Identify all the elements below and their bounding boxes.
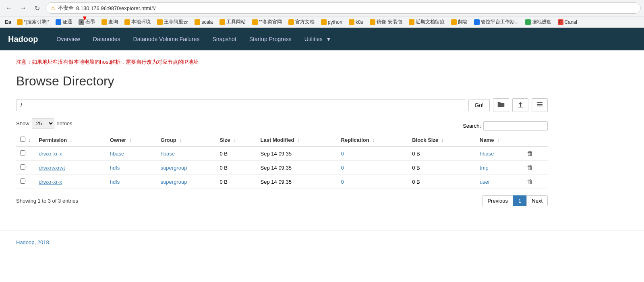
directory-table: ↕ Permission ↕ Owner ↕ Group ↕ Size ↕ [16, 133, 548, 189]
permission-link[interactable]: drwxr-xr-x [39, 179, 62, 185]
row-checkbox[interactable] [20, 150, 25, 156]
delete-icon[interactable]: 🗑 [527, 178, 533, 185]
back-button[interactable]: ← [3, 4, 14, 12]
nav-datanode-failures[interactable]: Datanode Volume Failures [127, 28, 206, 50]
nav-utilities-label: Utilities [304, 36, 323, 42]
bookmark-wangting[interactable]: 王亭阿里云 [155, 18, 191, 26]
next-button[interactable]: Next [526, 195, 548, 206]
row-group: hbase [157, 147, 216, 161]
bookmark-progress-icon [525, 19, 531, 25]
bookmark-fanqiang[interactable]: 翻墙 [449, 18, 470, 26]
col-last-modified[interactable]: Last Modified ↕ [257, 133, 337, 147]
sort-permission: ↕ [70, 138, 72, 143]
delete-icon[interactable]: 🗑 [527, 164, 533, 171]
bookmark-search[interactable]: *|搜索引擎|* [14, 18, 52, 26]
bookmark-shimo-icon: ● [79, 19, 84, 25]
bookmark-mirror-label: 镜像-安装包 [377, 19, 402, 25]
path-input[interactable] [16, 99, 465, 111]
navbar-brand[interactable]: Hadoop [8, 35, 38, 44]
col-size[interactable]: Size ↕ [215, 133, 256, 147]
name-link[interactable]: tmp [480, 165, 489, 171]
bookmark-officaldoc[interactable]: 官方文档 [286, 18, 317, 26]
group-link[interactable]: hbase [161, 151, 175, 157]
row-last-modified: Sep 14 09:35 [257, 147, 337, 161]
bookmark-scala[interactable]: scala [192, 19, 215, 26]
col-name[interactable]: Name ↕ [476, 133, 523, 147]
bookmark-recent[interactable]: 近期文档留痕 [406, 18, 447, 26]
forward-button[interactable]: → [18, 4, 29, 12]
nav-overview[interactable]: Overview [50, 28, 86, 50]
bookmark-mgmt[interactable]: 管控平台工作期... [472, 18, 521, 26]
sort-icon-check: ↕ [29, 138, 31, 143]
nav-datanodes[interactable]: Datanodes [87, 28, 127, 50]
owner-link[interactable]: hdfs [110, 179, 120, 185]
bookmark-k8s[interactable]: k8s [346, 19, 366, 26]
bookmark-python-icon [321, 19, 327, 25]
col-group[interactable]: Group ↕ [157, 133, 216, 147]
col-permission[interactable]: Permission ↕ [35, 133, 106, 147]
nav-utilities[interactable]: Utilities ▼ [298, 28, 338, 50]
permission-link[interactable]: drwxr-xr-x [39, 151, 62, 157]
replication-link[interactable]: 0 [341, 165, 344, 171]
folder-icon-btn[interactable] [493, 98, 509, 112]
upload-icon [517, 101, 524, 108]
search-input[interactable] [483, 121, 548, 131]
go-button[interactable]: Go! [468, 99, 490, 111]
bookmark-officialweb-label: **各类官网 [259, 19, 282, 25]
reload-button[interactable]: ↻ [32, 4, 42, 13]
address-bar[interactable]: ⚠ 不安全 8.130.176.96:9870/explorer.html#/ [46, 2, 641, 14]
col-replication[interactable]: Replication ↕ [337, 133, 408, 147]
upload-icon-btn[interactable] [512, 98, 528, 112]
table-body: drwxr-xr-x hbase hbase 0 B Sep 14 09:35 … [16, 147, 548, 189]
page-1-button[interactable]: 1 [513, 195, 526, 206]
svg-rect-3 [537, 102, 543, 103]
bookmark-local[interactable]: 本地环境 [122, 18, 153, 26]
bookmark-canal[interactable]: C Canal [555, 19, 580, 26]
row-checkbox[interactable] [20, 164, 25, 170]
owner-link[interactable]: hbase [110, 151, 124, 157]
list-icon-btn[interactable] [532, 98, 548, 112]
bookmark-progress[interactable]: 据地进度 [523, 18, 554, 26]
bookmark-python[interactable]: python [319, 19, 345, 26]
bookmark-mirror[interactable]: 镜像-安装包 [367, 18, 405, 26]
dir-controls: Go! [16, 98, 548, 112]
col-block-size[interactable]: Block Size ↕ [408, 133, 476, 147]
group-link[interactable]: supergroup [161, 165, 187, 171]
permission-link[interactable]: drwxrwxrwt [39, 165, 65, 171]
bookmark-officialweb-icon [252, 19, 258, 25]
name-link[interactable]: user [480, 179, 490, 185]
bookmark-tools[interactable]: 工具网站 [217, 18, 248, 26]
row-delete: 🗑 [523, 161, 548, 175]
bookmark-zhitong[interactable]: 证通 [53, 18, 75, 26]
row-owner: hdfs [106, 161, 157, 175]
row-name: user [476, 175, 523, 189]
bookmark-canal-label: Canal [565, 19, 577, 25]
row-permission: drwxrwxrwt [35, 161, 106, 175]
delete-icon[interactable]: 🗑 [527, 150, 533, 157]
nav-startup-progress[interactable]: Startup Progress [243, 28, 298, 50]
bookmark-officialweb[interactable]: **各类官网 [250, 18, 284, 26]
table-row: drwxrwxrwt hdfs supergroup 0 B Sep 14 09… [16, 161, 548, 175]
name-link[interactable]: hbase [480, 151, 494, 157]
search-bar: Search: [463, 121, 548, 131]
bookmark-mirror-icon [370, 19, 375, 25]
replication-link[interactable]: 0 [341, 151, 344, 157]
select-all-checkbox[interactable] [20, 137, 25, 142]
sort-replication: ↕ [372, 138, 375, 143]
prev-button[interactable]: Previous [482, 195, 513, 206]
bookmark-query[interactable]: 查询 [99, 18, 120, 26]
nav-snapshot[interactable]: Snapshot [206, 28, 243, 50]
col-owner[interactable]: Owner ↕ [106, 133, 157, 147]
bookmark-zhitong-label: 证通 [62, 19, 72, 25]
bookmark-canal-icon: C [558, 19, 563, 25]
owner-link[interactable]: hdfs [110, 165, 120, 171]
sort-owner: ↕ [129, 138, 132, 143]
notice-text: 注意：如果地址栏没有做本地电脑的host解析，需要自行改为对应节点的IP地址 [16, 58, 548, 66]
row-checkbox[interactable] [20, 178, 25, 184]
row-name: tmp [476, 161, 523, 175]
group-link[interactable]: supergroup [161, 179, 187, 185]
bookmark-wangting-icon [157, 19, 163, 25]
replication-link[interactable]: 0 [341, 179, 344, 185]
bookmark-shimo[interactable]: ● 石墨 [76, 18, 97, 26]
entries-select[interactable]: 10 25 50 100 [32, 118, 54, 129]
